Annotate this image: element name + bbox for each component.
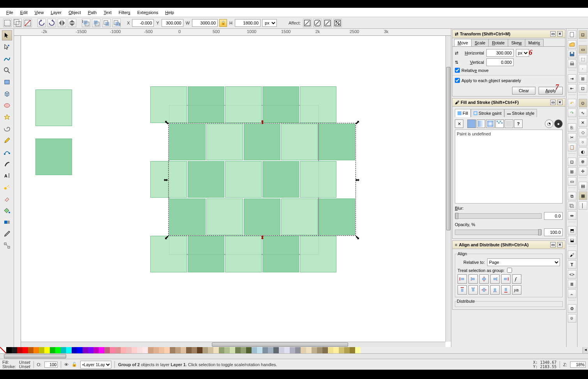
- cmd-cut[interactable]: ✂: [568, 133, 576, 142]
- cmd-clone[interactable]: ⿻: [568, 202, 576, 210]
- palette-swatch[interactable]: [170, 347, 175, 353]
- tool-bezier[interactable]: [2, 147, 12, 157]
- sample-square-dark[interactable]: [35, 139, 72, 175]
- palette-swatch[interactable]: [192, 347, 197, 353]
- palette-swatch[interactable]: [230, 347, 235, 353]
- affect-stroke-btn[interactable]: [303, 19, 312, 27]
- palette-swatch[interactable]: [333, 347, 339, 353]
- palette-swatch[interactable]: [186, 347, 192, 353]
- palette-swatch[interactable]: [295, 347, 301, 353]
- w-input[interactable]: [192, 19, 218, 27]
- tool-tweak[interactable]: [2, 54, 12, 64]
- tile[interactable]: [319, 198, 355, 235]
- palette-swatch[interactable]: [83, 347, 88, 353]
- snap-grid[interactable]: ▦: [579, 191, 587, 200]
- cmd-layers[interactable]: ≣: [568, 280, 576, 288]
- palette-swatch[interactable]: [273, 347, 279, 353]
- tile[interactable]: [281, 124, 318, 160]
- flip-v-btn[interactable]: [68, 19, 76, 27]
- palette-swatch[interactable]: [328, 347, 333, 353]
- paint-pattern-btn[interactable]: [495, 119, 504, 128]
- palette-swatch[interactable]: [262, 347, 268, 353]
- menu-help[interactable]: Help: [162, 9, 177, 16]
- y-input[interactable]: [162, 19, 183, 27]
- zoom-input[interactable]: [570, 361, 586, 368]
- ruler-horizontal[interactable]: -2k -1500 -1000 -500 0 500 1000 1500 2k …: [14, 29, 451, 36]
- palette-swatch[interactable]: [252, 347, 257, 353]
- panel-close-btn-2[interactable]: ✕: [557, 100, 563, 105]
- palette-swatch[interactable]: [241, 347, 246, 353]
- paint-lingrad-btn[interactable]: [477, 119, 485, 128]
- palette-swatch[interactable]: [219, 347, 224, 353]
- palette-swatch[interactable]: [121, 347, 126, 353]
- cmd-print[interactable]: [568, 60, 576, 68]
- palette-swatch[interactable]: [39, 347, 44, 353]
- snap-bbox-corner[interactable]: ⬞: [579, 65, 587, 73]
- cmd-unlink[interactable]: ⇹: [568, 211, 576, 220]
- tool-ellipse[interactable]: [2, 100, 12, 111]
- palette-swatch[interactable]: [208, 347, 213, 353]
- tool-rect[interactable]: [2, 77, 12, 87]
- snap-midpoint[interactable]: ◐: [579, 147, 587, 156]
- palette-swatch[interactable]: [339, 347, 344, 353]
- cmd-save[interactable]: [568, 50, 576, 58]
- cmd-zoom-page[interactable]: ▭: [568, 177, 576, 186]
- transform-unit-select[interactable]: px: [516, 49, 529, 57]
- cmd-zoom-drawing[interactable]: ⊞: [568, 167, 576, 176]
- ruler-vertical[interactable]: [14, 36, 21, 347]
- cmd-new[interactable]: [568, 30, 576, 39]
- tile[interactable]: [281, 198, 318, 235]
- paint-swatch-btn[interactable]: [505, 119, 513, 128]
- handle-w[interactable]: ⬌: [164, 177, 168, 183]
- menu-path[interactable]: Path: [85, 9, 100, 16]
- handle-s[interactable]: ⬍: [260, 234, 265, 240]
- tab-fill[interactable]: Fill: [455, 109, 471, 117]
- paint-radgrad-btn[interactable]: [486, 119, 495, 128]
- align-left[interactable]: [468, 274, 478, 284]
- affect-gradient-btn[interactable]: [323, 19, 332, 27]
- menu-layer[interactable]: Layer: [48, 9, 65, 16]
- tile[interactable]: [319, 124, 355, 160]
- palette-swatch[interactable]: [12, 347, 17, 353]
- apply-each-check[interactable]: [455, 78, 460, 83]
- fillrule-nonzero-btn[interactable]: ●: [554, 119, 563, 128]
- palette-swatch[interactable]: [306, 347, 312, 353]
- tool-text[interactable]: A: [2, 170, 12, 181]
- color-palette[interactable]: ◂: [0, 347, 588, 353]
- align-left-out[interactable]: [458, 274, 467, 284]
- treat-group-check[interactable]: [507, 268, 512, 273]
- cmd-prefs[interactable]: ⚙: [568, 304, 576, 313]
- menu-file[interactable]: File: [3, 9, 16, 16]
- align-bottom[interactable]: [490, 285, 500, 295]
- menu-object[interactable]: Object: [65, 9, 84, 16]
- raise-btn[interactable]: [92, 19, 100, 27]
- transform-tab-scale[interactable]: Scale: [471, 39, 489, 46]
- align-text-v[interactable]: ya: [512, 285, 521, 295]
- palette-swatch[interactable]: [44, 347, 50, 353]
- menu-filters[interactable]: Filters: [116, 9, 134, 16]
- palette-swatch[interactable]: [355, 347, 361, 353]
- palette-swatch[interactable]: [55, 347, 61, 353]
- palette-swatch[interactable]: [202, 347, 208, 353]
- palette-swatch[interactable]: [159, 347, 164, 353]
- palette-swatch[interactable]: [93, 347, 99, 353]
- snap-intersect[interactable]: ✕: [579, 118, 587, 127]
- cmd-undo[interactable]: ↶: [568, 99, 576, 107]
- transform-tab-skew[interactable]: Skew: [508, 39, 525, 46]
- align-top-out[interactable]: [458, 285, 467, 295]
- palette-swatch[interactable]: [66, 347, 72, 353]
- palette-swatch[interactable]: [181, 347, 186, 353]
- transform-tab-move[interactable]: Move: [454, 39, 472, 46]
- handle-se[interactable]: ⬊: [355, 234, 360, 240]
- palette-nofill[interactable]: [0, 347, 6, 353]
- palette-swatch[interactable]: [77, 347, 83, 353]
- cmd-fillstroke[interactable]: 🖌: [568, 251, 576, 259]
- affect-pattern-btn[interactable]: [333, 19, 342, 27]
- cmd-text[interactable]: T: [568, 260, 576, 269]
- scrollbar-horizontal[interactable]: [21, 342, 445, 347]
- tile[interactable]: [300, 86, 336, 123]
- tile[interactable]: [150, 236, 187, 272]
- palette-swatch[interactable]: [344, 347, 350, 353]
- tab-stroke-style[interactable]: Stroke style: [504, 109, 537, 117]
- affect-corners-btn[interactable]: [313, 19, 322, 27]
